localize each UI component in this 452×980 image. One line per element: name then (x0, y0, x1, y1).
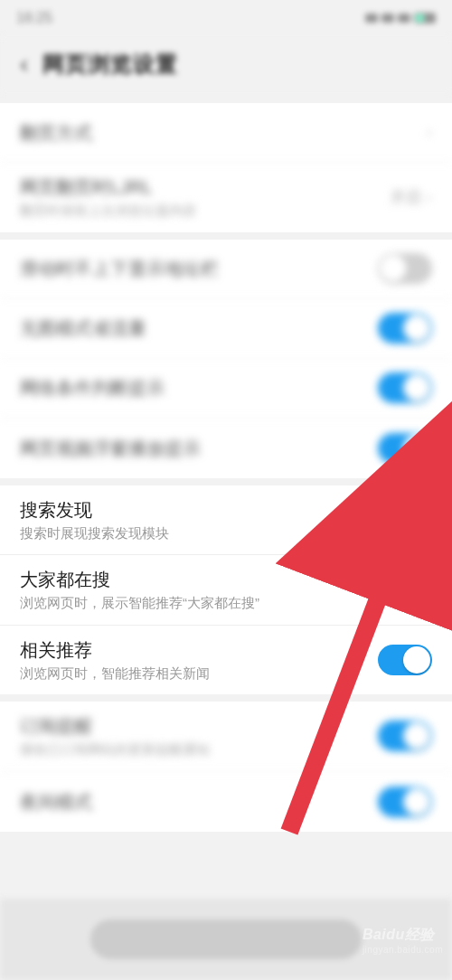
row-sub: 接收已订阅网站的更新提醒通知 (20, 740, 378, 759)
toggle-subscribe-remind[interactable] (378, 721, 432, 751)
back-button[interactable]: ‹ (11, 44, 37, 84)
toggle-night-mode[interactable] (378, 787, 432, 817)
row-subscribe-remind[interactable]: 订阅提醒 接收已订阅网站的更新提醒通知 (0, 702, 452, 772)
row-label: 无图模式省流量 (20, 316, 378, 340)
row-label: 网络条件判断提示 (20, 376, 378, 400)
toggle-network-tip[interactable] (378, 372, 432, 403)
row-label: 相关推荐 (20, 638, 378, 662)
row-label: 搜索发现 (20, 498, 378, 522)
status-indicators (365, 13, 436, 24)
watermark-url: jingyan.baidu.com (363, 945, 443, 955)
row-page-mode[interactable]: 翻页方式 › (0, 103, 452, 163)
group-paging: 翻页方式 › 网页翻页时LJRL 翻页时保留上次浏览位置内容 开启 › (0, 103, 452, 232)
row-hide-addressbar[interactable]: 滑动时不上下显示地址栏 (0, 240, 452, 299)
row-page-keep[interactable]: 网页翻页时LJRL 翻页时保留上次浏览位置内容 开启 › (0, 163, 452, 232)
row-no-image[interactable]: 无图模式省流量 (0, 299, 452, 359)
page-title: 网页浏览设置 (42, 50, 178, 79)
row-label: 网页视频浮窗播放提示 (20, 437, 378, 460)
footer-button[interactable] (90, 919, 362, 959)
row-label: 夜间模式 (20, 790, 378, 814)
watermark: Baidu经验 jingyan.baidu.com (363, 926, 443, 955)
row-related-recommend[interactable]: 相关推荐 浏览网页时，智能推荐相关新闻 (0, 626, 452, 695)
toggle-hide-addressbar[interactable] (378, 253, 432, 284)
row-sub: 浏览网页时，展示智能推荐“大家都在搜” (20, 594, 378, 612)
status-time: 16:25 (16, 10, 52, 26)
row-sub: 搜索时展现搜索发现模块 (20, 524, 378, 542)
row-label: 翻页方式 (20, 121, 427, 145)
row-sub: 翻页时保留上次浏览位置内容 (20, 202, 391, 220)
chevron-right-icon: › (427, 188, 432, 207)
row-network-tip[interactable]: 网络条件判断提示 (0, 359, 452, 419)
toggle-everyone-search[interactable] (378, 574, 432, 605)
row-label: 网页翻页时LJRL (20, 175, 391, 199)
row-value: 开启 (391, 187, 421, 208)
row-everyone-search[interactable]: 大家都在搜 浏览网页时，展示智能推荐“大家都在搜” (0, 555, 452, 626)
group-search: 搜索发现 搜索时展现搜索发现模块 大家都在搜 浏览网页时，展示智能推荐“大家都在… (0, 485, 452, 695)
chevron-right-icon: › (427, 123, 432, 142)
row-label: 大家都在搜 (20, 568, 378, 591)
group-subscription: 订阅提醒 接收已订阅网站的更新提醒通知 夜间模式 (0, 702, 452, 832)
row-sub: 浏览网页时，智能推荐相关新闻 (20, 664, 378, 683)
group-display: 滑动时不上下显示地址栏 无图模式省流量 网络条件判断提示 网页视频浮窗播放提示 (0, 240, 452, 478)
page-header: ‹ 网页浏览设置 (0, 36, 452, 92)
toggle-related-recommend[interactable] (378, 645, 432, 675)
status-bar: 16:25 (0, 0, 452, 36)
toggle-video-float[interactable] (378, 433, 432, 464)
row-search-discovery[interactable]: 搜索发现 搜索时展现搜索发现模块 (0, 485, 452, 556)
row-label: 滑动时不上下显示地址栏 (20, 257, 378, 280)
row-night-mode[interactable]: 夜间模式 (0, 772, 452, 832)
watermark-brand: Baidu经验 (363, 927, 435, 942)
toggle-search-discovery[interactable] (378, 504, 432, 535)
row-label: 订阅提醒 (20, 714, 378, 738)
toggle-no-image[interactable] (378, 313, 432, 344)
row-video-float[interactable]: 网页视频浮窗播放提示 (0, 419, 452, 478)
